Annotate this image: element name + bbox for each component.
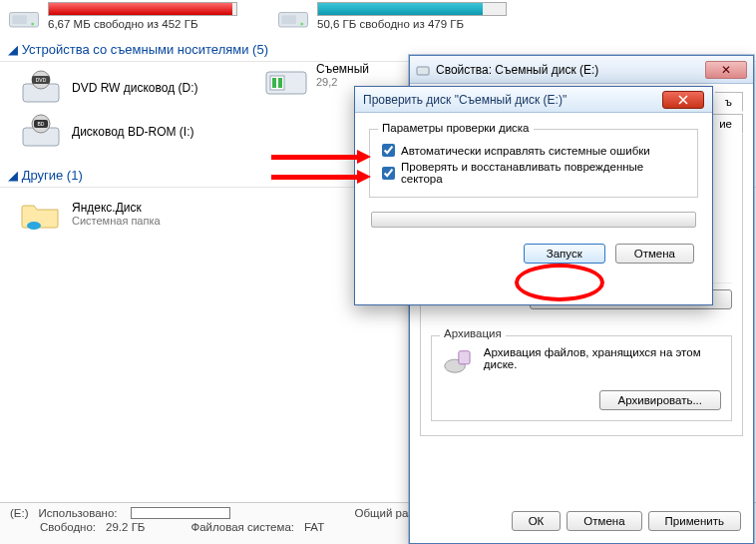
usage-bar	[317, 2, 507, 16]
caret-down-icon: ◢	[8, 42, 18, 57]
titlebar[interactable]: Свойства: Съемный диск (E:) ✕	[410, 56, 753, 84]
close-button[interactable]	[662, 91, 704, 109]
drive-c[interactable]: 6,67 МБ свободно из 452 ГБ	[8, 2, 237, 36]
titlebar[interactable]: Проверить диск "Съемный диск (E:)"	[355, 87, 712, 113]
entry-label: DVD RW дисковод (D:)	[72, 81, 198, 95]
folder-icon	[20, 196, 62, 232]
dvd-drive-icon: DVD	[20, 70, 62, 106]
svg-point-2	[31, 23, 34, 26]
entry-label: Яндекс.Диск	[72, 201, 161, 215]
status-free-value: 29.2 ГБ	[106, 521, 145, 533]
drive-icon	[416, 63, 430, 77]
entry-sublabel: Системная папка	[72, 215, 161, 227]
start-button[interactable]: Запуск	[524, 244, 605, 264]
check-options-group: Параметры проверки диска Автоматически и…	[369, 129, 698, 198]
group-title: Архивация	[440, 327, 506, 339]
svg-rect-20	[278, 78, 282, 88]
status-fs-label: Файловая система:	[190, 521, 294, 533]
hdd-icon	[8, 2, 40, 36]
status-used-bar	[131, 507, 230, 519]
hdd-icon	[277, 2, 309, 36]
archive-button[interactable]: Архивировать...	[599, 390, 721, 410]
close-button[interactable]: ✕	[705, 61, 747, 79]
section-label: Устройства со съемными носителями (5)	[22, 42, 268, 57]
close-icon	[678, 95, 688, 105]
apply-button[interactable]: Применить	[648, 511, 741, 531]
svg-rect-21	[417, 67, 429, 75]
check-disk-dialog[interactable]: Проверить диск "Съемный диск (E:)" Парам…	[354, 86, 713, 305]
section-label: Другие (1)	[22, 168, 83, 183]
status-used-label: Использовано:	[39, 507, 118, 519]
drive-free-text: 50,6 ГБ свободно из 479 ГБ	[317, 18, 507, 30]
usage-bar	[48, 2, 237, 16]
dialog-body: Параметры проверки диска Автоматически и…	[355, 113, 712, 273]
progress-bar	[371, 212, 696, 228]
bd-drive-icon: BD	[20, 114, 62, 150]
cancel-button[interactable]: Отмена	[567, 511, 641, 531]
checkbox-label: Проверять и восстанавливать поврежденные…	[401, 161, 685, 185]
svg-point-5	[300, 23, 303, 26]
tab-stub[interactable]: ъ	[715, 92, 743, 112]
svg-rect-23	[459, 351, 470, 364]
archive-description: Архивация файлов, хранящихся на этом дис…	[484, 346, 721, 370]
svg-rect-19	[272, 78, 276, 88]
svg-text:BD: BD	[38, 121, 45, 127]
caret-down-icon: ◢	[8, 168, 18, 183]
tab-stub[interactable]: ие	[709, 114, 743, 134]
dialog-button-row: Запуск Отмена	[369, 244, 694, 264]
removable-drive-icon	[264, 62, 308, 100]
checkbox-recover-sectors[interactable]: Проверять и восстанавливать поврежденные…	[382, 161, 685, 185]
archive-icon	[442, 346, 474, 376]
drive-free-text: 6,67 МБ свободно из 452 ГБ	[48, 18, 237, 30]
svg-point-16	[27, 222, 41, 230]
annotation-arrow	[271, 152, 371, 162]
entry-label: Съемный	[316, 62, 369, 76]
checkbox-label: Автоматически исправлять системные ошибк…	[401, 145, 650, 157]
svg-text:DVD: DVD	[36, 77, 47, 83]
status-drive-letter: (E:)	[10, 507, 29, 519]
status-free-label: Свободно:	[40, 521, 96, 533]
window-title: Проверить диск "Съемный диск (E:)"	[363, 93, 567, 107]
ok-button[interactable]: ОК	[512, 511, 562, 531]
dialog-button-row: ОК Отмена Применить	[512, 511, 741, 531]
checkbox-fix-errors[interactable]: Автоматически исправлять системные ошибк…	[382, 144, 685, 157]
svg-rect-4	[281, 15, 296, 24]
drive-row: 6,67 МБ свободно из 452 ГБ 50,6 ГБ свобо…	[0, 0, 756, 38]
cancel-button[interactable]: Отмена	[615, 244, 694, 264]
checkbox-input[interactable]	[382, 167, 395, 180]
status-fs-value: FAT	[304, 521, 324, 533]
archive-groupbox: Архивация Архивация файлов, хранящихся н…	[431, 335, 732, 421]
group-title: Параметры проверки диска	[378, 122, 534, 134]
checkbox-input[interactable]	[382, 144, 395, 157]
drive-d[interactable]: 50,6 ГБ свободно из 479 ГБ	[277, 2, 507, 36]
svg-rect-1	[12, 15, 27, 24]
entry-label: Дисковод BD-ROM (I:)	[72, 125, 194, 139]
window-title: Свойства: Съемный диск (E:)	[436, 63, 598, 77]
annotation-arrow	[271, 172, 371, 182]
